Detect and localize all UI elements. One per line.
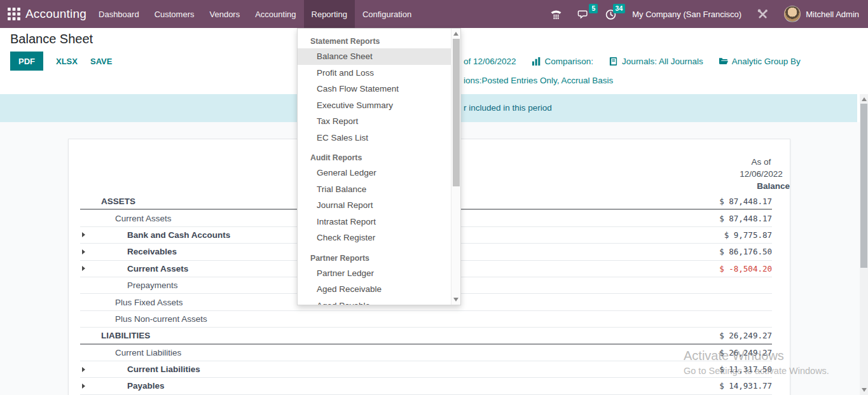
row-label: Receivables: [127, 247, 177, 256]
row-value: $ 87,448.17: [719, 197, 772, 206]
pdf-button[interactable]: PDF: [10, 52, 43, 71]
row-value: $ 26,249.27: [719, 348, 772, 357]
messages-badge: 5: [589, 4, 598, 14]
expand-caret-icon[interactable]: [82, 367, 85, 372]
report-row-liabilities: LIABILITIES$ 26,249.27: [80, 328, 772, 344]
menu-section-audit-reports: Audit Reports: [298, 151, 460, 165]
row-label: ASSETS: [101, 197, 135, 206]
menu-item-aged-payable[interactable]: Aged Payable: [298, 298, 460, 306]
report-row-payables: Payables$ 14,931.77: [80, 378, 772, 394]
nav-item-configuration[interactable]: Configuration: [355, 0, 419, 28]
row-value: $ 11,317.50: [719, 364, 772, 374]
menu-item-partner-ledger[interactable]: Partner Ledger: [298, 265, 460, 282]
nav-menu: DashboardCustomersVendorsAccountingRepor…: [91, 0, 419, 28]
filters-row: of 12/06/2022Comparison:Journals: All Jo…: [464, 57, 801, 66]
menu-item-aged-receivable[interactable]: Aged Receivable: [298, 281, 460, 298]
page-title: Balance Sheet: [10, 32, 93, 46]
nav-item-vendors[interactable]: Vendors: [202, 0, 247, 28]
period-header: As of 12/06/2022: [733, 156, 790, 180]
app-brand[interactable]: Accounting: [25, 7, 86, 21]
row-value: $ 9,775.87: [724, 230, 772, 240]
dropdown-scroll-down-icon[interactable]: [453, 298, 458, 301]
menu-section-statement-reports: Statement Reports: [298, 34, 460, 48]
activities-badge: 34: [613, 4, 626, 14]
phone-icon[interactable]: [550, 8, 562, 20]
report-row-current-liabilities: Current Liabilities$ 26,249.27: [80, 345, 772, 361]
menu-item-journal-report[interactable]: Journal Report: [298, 197, 460, 214]
balance-column-header: Balance: [663, 181, 790, 191]
expand-caret-icon[interactable]: [82, 232, 85, 237]
row-label: Plus Fixed Assets: [115, 298, 183, 307]
expand-caret-icon[interactable]: [82, 249, 85, 254]
nav-item-dashboard[interactable]: Dashboard: [91, 0, 147, 28]
folder-icon: [719, 57, 728, 66]
user-avatar[interactable]: [784, 6, 801, 22]
bar-chart-icon: [532, 57, 541, 66]
row-value: $ 26,249.27: [719, 331, 772, 340]
row-label: Current Liabilities: [115, 348, 181, 357]
page-scroll-thumb[interactable]: [860, 104, 867, 268]
menu-section-partner-reports: Partner Reports: [298, 251, 460, 265]
menu-item-trial-balance[interactable]: Trial Balance: [298, 181, 460, 198]
page-scroll-up-icon[interactable]: [862, 97, 867, 101]
period-line1: As of: [733, 156, 790, 168]
page-scroll-down-icon[interactable]: [862, 388, 867, 392]
support-tools-icon[interactable]: [757, 8, 769, 20]
apps-grid-icon[interactable]: [8, 8, 20, 20]
report-row-current-liabilities: Current Liabilities$ 11,317.50: [80, 361, 772, 378]
row-value: $ 87,448.17: [719, 214, 772, 223]
row-label: LIABILITIES: [101, 331, 150, 340]
menu-item-cash-flow-statement[interactable]: Cash Flow Statement: [298, 81, 460, 97]
row-label: Payables: [127, 381, 165, 391]
page-scrollbar[interactable]: [860, 94, 868, 395]
dropdown-scroll-thumb[interactable]: [453, 39, 460, 186]
menu-item-check-register[interactable]: Check Register: [298, 230, 460, 246]
dropdown-scroll-up-icon[interactable]: [453, 32, 458, 36]
nav-item-accounting[interactable]: Accounting: [247, 0, 303, 28]
menu-item-intrastat-report[interactable]: Intrastat Report: [298, 214, 460, 230]
report-row-plus-non-current-assets: Plus Non-current Assets: [80, 311, 772, 328]
row-value: $ -8,504.20: [719, 264, 772, 274]
menu-item-profit-and-loss[interactable]: Profit and Loss: [298, 65, 460, 81]
filter-label: Analytic Group By: [732, 57, 801, 66]
menu-item-balance-sheet[interactable]: Balance Sheet: [298, 48, 460, 65]
info-bar-text: r included in this period: [464, 94, 552, 122]
menu-item-tax-report[interactable]: Tax Report: [298, 113, 460, 130]
save-button[interactable]: SAVE: [90, 57, 112, 66]
company-switcher[interactable]: My Company (San Francisco): [632, 10, 741, 19]
row-value: $ 86,176.50: [719, 247, 772, 256]
dropdown-scrollbar[interactable]: [451, 29, 460, 305]
filter-journals-all-journals[interactable]: Journals: All Journals: [609, 57, 703, 66]
menu-item-executive-summary[interactable]: Executive Summary: [298, 97, 460, 114]
top-navbar: Accounting DashboardCustomersVendorsAcco…: [0, 0, 868, 28]
messages-icon[interactable]: 5: [577, 8, 589, 20]
expand-caret-icon[interactable]: [82, 266, 85, 271]
row-label: Current Liabilities: [127, 364, 200, 374]
filter-label: Journals: All Journals: [622, 57, 703, 66]
row-label: Current Assets: [127, 264, 188, 274]
period-line2: 12/06/2022: [733, 168, 790, 180]
row-label: Bank and Cash Accounts: [127, 230, 230, 240]
menu-item-general-ledger[interactable]: General Ledger: [298, 165, 460, 181]
filter-of-12-06-2022[interactable]: of 12/06/2022: [464, 57, 516, 66]
reporting-dropdown-menu: Statement ReportsBalance SheetProfit and…: [297, 28, 461, 305]
row-label: Plus Non-current Assets: [115, 314, 207, 324]
systray: 5 34 My Company (San Francisco) Mitchell…: [550, 6, 868, 22]
filter-label: of 12/06/2022: [464, 57, 516, 66]
journal-book-icon: [609, 57, 618, 66]
options-filter[interactable]: ions:Posted Entries Only, Accrual Basis: [464, 76, 613, 85]
filter-comparison[interactable]: Comparison:: [532, 57, 594, 66]
filter-label: Comparison:: [545, 57, 594, 66]
nav-item-reporting[interactable]: Reporting: [304, 0, 355, 28]
expand-caret-icon[interactable]: [82, 384, 85, 389]
filter-analytic-group-by[interactable]: Analytic Group By: [719, 57, 801, 66]
menu-item-ec-sales-list[interactable]: EC Sales List: [298, 130, 460, 146]
user-name[interactable]: Mitchell Admin: [806, 10, 859, 19]
row-label: Current Assets: [115, 214, 172, 223]
activities-clock-icon[interactable]: 34: [605, 8, 617, 20]
nav-item-customers[interactable]: Customers: [147, 0, 202, 28]
xlsx-button[interactable]: XLSX: [56, 57, 78, 66]
row-label: Prepayments: [127, 281, 178, 290]
reporting-menu-items: Statement ReportsBalance SheetProfit and…: [298, 34, 460, 305]
row-value: $ 14,931.77: [719, 381, 772, 391]
